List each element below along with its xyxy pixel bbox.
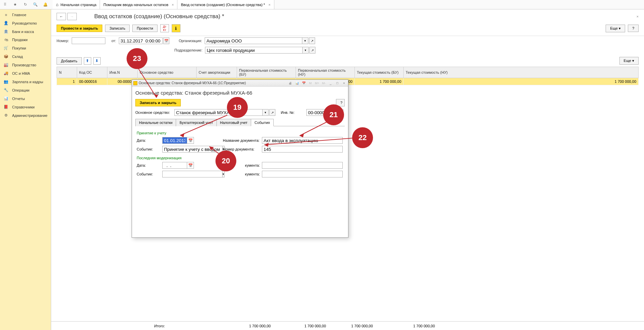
search-icon[interactable]: 🔍 xyxy=(32,2,38,8)
tab-home-label: Начальная страница xyxy=(61,3,96,7)
bell-icon[interactable]: 🔔 xyxy=(42,2,48,8)
tab-entry[interactable]: Ввод остатков (создание) (Основные средс… xyxy=(177,0,274,9)
tab-home[interactable]: ⌂ Начальная страница xyxy=(53,0,100,9)
history-icon[interactable]: ↻ xyxy=(22,2,28,8)
tab-helper[interactable]: Помощник ввода начальных остатков × xyxy=(100,0,177,9)
tab-helper-label: Помощник ввода начальных остатков xyxy=(103,3,168,7)
tab-bar: ⌂ Начальная страница Помощник ввода нача… xyxy=(53,0,274,9)
close-icon[interactable]: × xyxy=(268,3,270,7)
home-icon: ⌂ xyxy=(56,2,59,7)
close-icon[interactable]: × xyxy=(172,3,174,7)
top-toolbar: ⠿ ★ ↻ 🔍 🔔 ⌂ Начальная страница Помощник … xyxy=(0,0,644,9)
star-icon[interactable]: ★ xyxy=(12,2,18,8)
apps-icon[interactable]: ⠿ xyxy=(2,2,8,8)
tab-entry-label: Ввод остатков (создание) (Основные средс… xyxy=(181,3,265,7)
